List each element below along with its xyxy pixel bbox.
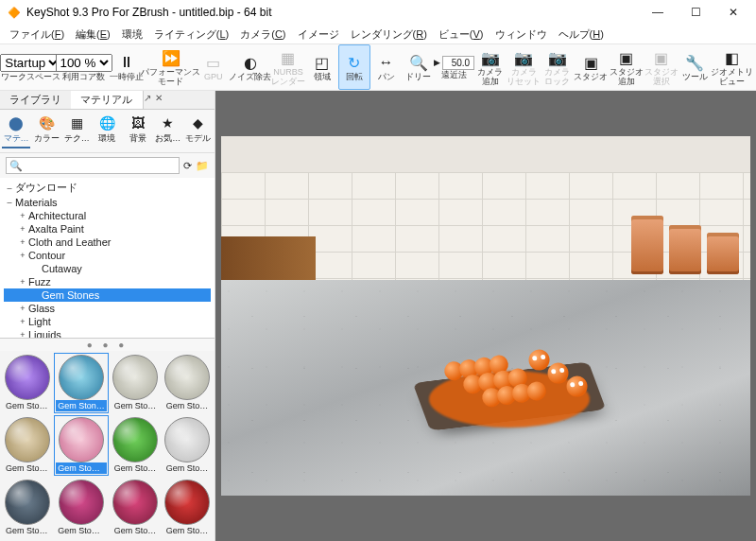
toolbar-denoise[interactable]: ◐ノイズ除去 <box>230 44 271 90</box>
toolbar-tools[interactable]: 🔧ツール <box>679 44 711 90</box>
close-button[interactable]: ✕ <box>714 0 752 25</box>
geoview-label: ジオメトリ ビュー <box>711 67 753 86</box>
category-icon: 🎨 <box>39 115 55 131</box>
toolbar-workspace[interactable]: Startupワークスペース <box>4 44 59 90</box>
category-icon: ◆ <box>193 115 203 131</box>
category-背景[interactable]: 🖼背景 <box>124 113 152 148</box>
category-環境[interactable]: 🌐環境 <box>93 113 121 148</box>
toolbar-pause[interactable]: ⏸一時停止 <box>110 44 145 90</box>
material-thumbnail[interactable]: Gem Sto… <box>54 478 109 538</box>
tree-node[interactable]: –Materials <box>4 196 211 209</box>
rotate-icon: ↻ <box>348 53 360 72</box>
toolbar-studioadd[interactable]: ▣スタジオ 追加 <box>609 44 644 90</box>
category-カラー[interactable]: 🎨カラー <box>32 113 60 148</box>
material-thumbnail[interactable]: Gem Sto… <box>163 478 213 538</box>
category-お気…[interactable]: ★お気… <box>154 113 182 148</box>
category-icon: ★ <box>162 115 174 131</box>
material-preview <box>59 355 104 400</box>
menu-ヘルプ[interactable]: ヘルプ(H) <box>553 26 610 44</box>
menu-カメラ[interactable]: カメラ(C) <box>234 26 291 44</box>
material-thumbnail[interactable]: Gem Sto… <box>111 478 161 538</box>
pause-icon: ⏸ <box>119 53 134 72</box>
perfmode-label: パフォーマンス モード <box>141 67 200 86</box>
material-thumbnail[interactable]: Gem Sto… <box>2 478 52 538</box>
tree-node[interactable]: +Liquids <box>4 328 211 339</box>
category-マテ…[interactable]: ⬤マテ… <box>2 113 30 148</box>
material-thumbnail[interactable]: Gem Sto… <box>111 353 161 413</box>
menu-ファイル[interactable]: ファイル(F) <box>4 26 70 44</box>
menu-編集[interactable]: 編集(E) <box>70 26 116 44</box>
toolbar-geoview[interactable]: ◧ジオメトリ ビュー <box>711 44 752 90</box>
tree-twisty[interactable]: + <box>17 304 28 313</box>
pane-popout-icon[interactable]: ↗ <box>144 93 151 107</box>
viewport[interactable] <box>215 91 756 541</box>
material-preview <box>59 417 104 462</box>
tree-label: Materials <box>15 197 58 208</box>
material-thumbnail[interactable]: Gem Sto… <box>111 415 161 476</box>
tree-label: Gem Stones <box>42 289 99 301</box>
pane-tab-library[interactable]: ライブラリ <box>0 91 71 109</box>
menu-ライティング[interactable]: ライティング(L) <box>148 26 234 44</box>
menu-ビュー[interactable]: ビュー(V) <box>433 26 490 44</box>
menu-イメージ[interactable]: イメージ <box>292 26 345 44</box>
toolbar-perfmode[interactable]: ⏩パフォーマンス モード <box>145 44 198 90</box>
tree-node[interactable]: Gem Stones <box>4 288 211 302</box>
refresh-icon[interactable]: ⟳ <box>183 160 192 172</box>
material-thumbnail[interactable]: Gem Sto… <box>163 415 213 476</box>
tree-twisty[interactable]: – <box>4 198 15 207</box>
render-view[interactable] <box>221 136 750 496</box>
material-caption: Gem Sto… <box>112 525 159 536</box>
tree-node[interactable]: +Cloth and Leather <box>4 236 211 249</box>
tree-twisty[interactable]: + <box>17 224 28 234</box>
material-preview <box>164 417 210 462</box>
category-テク…[interactable]: ▦テク… <box>62 113 91 148</box>
studioopt-icon: ▣ <box>654 48 668 67</box>
panel-resize-handle[interactable]: ● ● ● <box>0 339 215 351</box>
pane-close-icon[interactable]: ✕ <box>155 93 163 107</box>
tree-twisty[interactable]: + <box>17 237 28 247</box>
tree-twisty[interactable]: + <box>17 330 28 339</box>
search-input[interactable] <box>6 157 180 174</box>
tree-node[interactable]: +Axalta Paint <box>4 222 211 236</box>
material-thumbnail[interactable]: Gem Sto… <box>2 415 52 476</box>
maximize-button[interactable]: ☐ <box>677 0 714 25</box>
rotate-label: 回転 <box>346 72 363 81</box>
tree-twisty[interactable]: + <box>17 277 28 287</box>
tree-twisty[interactable]: + <box>17 317 28 326</box>
tree-node[interactable]: +Fuzz <box>4 275 211 288</box>
material-thumbnail[interactable]: Gem Sto… <box>163 353 213 413</box>
tree-node[interactable]: +Glass <box>4 302 211 315</box>
toolbar-pan[interactable]: ↔パン <box>370 44 403 90</box>
tree-twisty[interactable]: + <box>17 251 28 260</box>
menu-レンダリング[interactable]: レンダリング(R) <box>345 26 433 44</box>
folder-icon[interactable]: 📁 <box>196 160 209 172</box>
material-thumbnail[interactable]: Gem Sto… <box>54 415 109 476</box>
menu-ウィンドウ[interactable]: ウィンドウ <box>490 26 553 44</box>
toolbar-dolly[interactable]: 🔍ドリー <box>403 44 435 90</box>
tree-node[interactable]: +Light <box>4 315 211 328</box>
tree-node[interactable]: Cutaway <box>4 262 211 275</box>
menu-環境[interactable]: 環境 <box>116 26 148 44</box>
toolbar-region[interactable]: ◰領域 <box>306 44 338 90</box>
camadd-label: カメラ 追加 <box>477 67 503 86</box>
toolbar-rotate[interactable]: ↻回転 <box>338 44 370 90</box>
toolbar-cores[interactable]: 100 %利用コア数 <box>59 44 110 90</box>
tree-label: Liquids <box>28 329 61 339</box>
tree-node[interactable]: +Contour <box>4 249 211 262</box>
category-モデル[interactable]: ◆モデル <box>184 113 213 148</box>
focal-label: 遠近法 <box>441 70 467 79</box>
pane-tab-material[interactable]: マテリアル <box>71 91 143 109</box>
material-thumbnail[interactable]: Gem Ston… <box>54 353 109 413</box>
toolbar-studio[interactable]: ▣スタジオ <box>574 44 609 90</box>
tree-twisty[interactable]: + <box>17 211 28 220</box>
minimize-button[interactable]: — <box>639 0 677 25</box>
tree-node[interactable]: +Architectural <box>4 209 211 222</box>
toolbar-focal[interactable]: ▶50.0遠近法 <box>435 44 474 90</box>
tree-twisty[interactable]: – <box>4 183 15 193</box>
toolbar-camadd[interactable]: 📷カメラ 追加 <box>474 44 507 90</box>
cores-label: 利用コア数 <box>62 72 105 81</box>
camlock-label: カメラ ロック <box>544 67 570 86</box>
material-caption: Gem Sto… <box>112 462 159 474</box>
tree-node[interactable]: –ダウンロード <box>4 180 211 196</box>
material-thumbnail[interactable]: Gem Sto… <box>2 353 52 413</box>
